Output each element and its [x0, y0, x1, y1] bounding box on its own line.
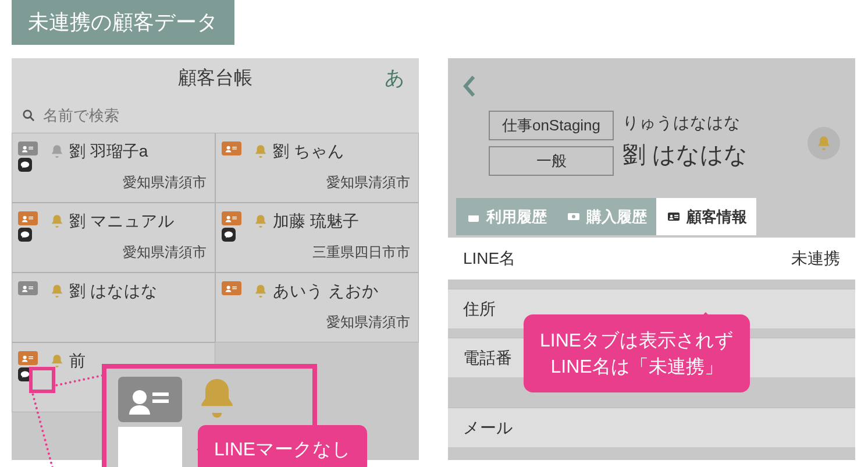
customer-address: 愛知県清須市	[253, 173, 410, 192]
tag-staging[interactable]: 仕事onStaging	[489, 111, 614, 140]
customer-name: 加藤 琉魅子	[273, 210, 359, 232]
tab-label: 購入履歴	[586, 207, 647, 227]
id-card-icon	[18, 141, 38, 155]
customer-name-kanji: 劉 はなはな	[622, 139, 748, 171]
id-card-icon	[18, 211, 38, 225]
highlight-source-box	[29, 367, 55, 393]
customer-cell[interactable]: 劉 羽瑠子a愛知県清須市	[12, 133, 215, 203]
customer-address: 三重県四日市市	[253, 243, 410, 261]
customer-name-kana: りゅうはなはな	[622, 112, 748, 134]
tab-bar: 利用履歴 購入履歴 顧客情報	[456, 198, 756, 235]
customer-name: あいう えおか	[273, 280, 379, 302]
svg-rect-3	[29, 147, 33, 148]
svg-point-0	[24, 111, 31, 118]
customer-cell[interactable]: 加藤 琉魅子三重県四日市市	[215, 203, 419, 273]
customer-name-block: りゅうはなはな 劉 はなはな	[622, 112, 748, 171]
calendar-icon	[465, 210, 482, 224]
bell-icon	[49, 214, 65, 229]
customer-detail-panel: 仕事onStaging 一般 りゅうはなはな 劉 はなはな 利用履歴 購入履歴 …	[448, 58, 855, 460]
svg-point-29	[572, 215, 575, 218]
svg-rect-25	[152, 399, 169, 403]
svg-point-5	[227, 146, 230, 150]
svg-rect-27	[468, 213, 479, 215]
customer-name: 劉 マニュアル	[69, 210, 175, 232]
svg-point-20	[23, 356, 27, 359]
cash-icon	[565, 210, 582, 224]
callout-no-line-mark: LINEマークなし	[198, 425, 367, 467]
customer-cell[interactable]: 劉 ちゃん愛知県清須市	[215, 133, 419, 203]
tab-label: 顧客情報	[686, 207, 747, 227]
tag-column: 仕事onStaging 一般	[489, 111, 614, 176]
customer-address: 愛知県清須市	[49, 173, 207, 192]
svg-rect-10	[29, 218, 33, 220]
empty-line-slot	[118, 427, 182, 467]
field-line-name[interactable]: LINE名 未連携	[448, 238, 855, 280]
customer-ledger-panel: 顧客台帳 あ 劉 羽瑠子a愛知県清須市劉 ちゃん愛知県清須市劉 マニュアル愛知県…	[12, 58, 419, 460]
id-card-icon	[222, 211, 241, 225]
svg-point-2	[23, 146, 27, 150]
id-card-icon	[18, 351, 38, 365]
bell-icon	[253, 144, 268, 159]
tab-usage-history[interactable]: 利用履歴	[456, 198, 556, 235]
bell-icon	[194, 372, 240, 424]
callout-line-not-linked: LINEタブは表示されずLINE名は「未連携」	[524, 314, 750, 392]
svg-rect-18	[232, 286, 237, 288]
svg-rect-15	[29, 286, 33, 288]
customer-name: 前	[69, 350, 86, 372]
svg-point-14	[23, 286, 27, 289]
line-icon	[18, 158, 32, 172]
search-input[interactable]	[43, 107, 408, 125]
tab-customer-info[interactable]: 顧客情報	[656, 198, 756, 235]
customer-cell[interactable]: 劉 マニュアル愛知県清須市	[12, 203, 215, 273]
section-header-label: 未連携の顧客データ	[12, 0, 234, 45]
kana-filter-button[interactable]: あ	[385, 65, 405, 91]
svg-rect-32	[674, 215, 678, 216]
customer-cell[interactable]: 劉 はなはな	[12, 273, 215, 342]
svg-point-8	[23, 216, 27, 220]
customer-cell[interactable]: あいう えおか愛知県清須市	[215, 273, 419, 342]
svg-rect-24	[152, 392, 169, 396]
line-icon	[18, 228, 32, 242]
customer-name: 劉 ちゃん	[273, 140, 344, 162]
notification-bell-button[interactable]	[807, 127, 840, 160]
field-label: メール	[463, 417, 513, 439]
field-label: 電話番	[463, 347, 512, 369]
svg-rect-4	[29, 148, 33, 150]
field-mail[interactable]: メール	[448, 408, 855, 447]
tag-general[interactable]: 一般	[489, 146, 614, 176]
bell-icon	[49, 284, 65, 299]
customer-address: 愛知県清須市	[253, 313, 410, 331]
customer-name: 劉 はなはな	[69, 280, 158, 302]
svg-point-17	[227, 286, 230, 289]
svg-point-11	[227, 216, 230, 220]
tab-purchase-history[interactable]: 購入履歴	[556, 198, 656, 235]
bell-icon	[253, 284, 268, 299]
field-value: 未連携	[791, 247, 840, 270]
id-card-icon	[118, 377, 182, 422]
bell-icon	[253, 214, 268, 229]
search-bar	[12, 98, 419, 133]
svg-rect-13	[232, 218, 237, 220]
titlebar: 顧客台帳 あ	[12, 58, 419, 98]
bell-icon	[816, 135, 832, 151]
svg-rect-16	[29, 288, 33, 289]
id-card-icon	[222, 281, 241, 295]
back-button[interactable]	[461, 75, 477, 100]
id-card-icon	[18, 281, 38, 295]
id-card-icon	[222, 141, 241, 155]
tab-label: 利用履歴	[486, 207, 547, 227]
svg-rect-21	[29, 356, 33, 358]
svg-rect-7	[232, 148, 237, 150]
page-title: 顧客台帳	[178, 65, 252, 91]
field-label: LINE名	[463, 247, 515, 270]
bell-icon	[49, 144, 65, 159]
svg-rect-33	[674, 217, 678, 218]
customer-name: 劉 羽瑠子a	[69, 140, 148, 162]
line-icon	[222, 228, 236, 242]
svg-line-1	[30, 117, 34, 121]
svg-rect-22	[29, 358, 33, 359]
svg-point-31	[670, 215, 673, 217]
search-icon	[22, 109, 35, 122]
svg-rect-19	[232, 288, 237, 289]
customer-address: 愛知県清須市	[49, 243, 207, 261]
